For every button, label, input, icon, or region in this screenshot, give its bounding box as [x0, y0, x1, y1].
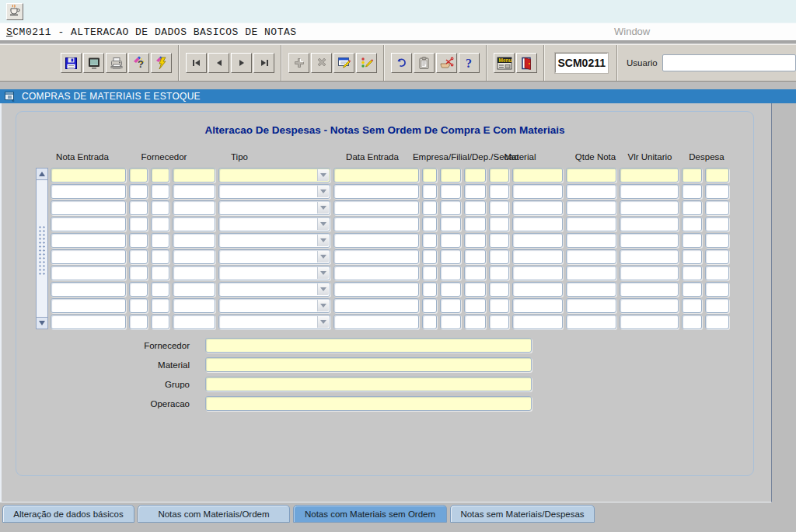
- grid-field[interactable]: [489, 184, 509, 199]
- grid-field[interactable]: [682, 217, 702, 231]
- grid-field[interactable]: [129, 200, 148, 215]
- grid-field[interactable]: [51, 282, 126, 297]
- grid-field[interactable]: [422, 217, 437, 231]
- tipo-dropdown-field[interactable]: [218, 200, 330, 215]
- grid-field[interactable]: [566, 266, 616, 280]
- execute-button[interactable]: [151, 53, 172, 73]
- verify-button[interactable]: ?: [128, 53, 149, 73]
- grid-field[interactable]: [566, 184, 616, 199]
- grid-field[interactable]: [129, 315, 148, 329]
- tipo-dropdown-field[interactable]: [218, 233, 330, 248]
- grid-field[interactable]: [129, 184, 148, 199]
- insert-record-button[interactable]: [288, 53, 309, 73]
- grid-field[interactable]: [464, 168, 486, 183]
- grid-field[interactable]: [129, 168, 148, 183]
- grid-field[interactable]: [705, 315, 729, 329]
- grid-field[interactable]: [51, 249, 126, 264]
- tab-2[interactable]: Notas com Materiais/Ordem: [138, 505, 290, 523]
- grid-field[interactable]: [173, 266, 215, 280]
- grid-field[interactable]: [173, 298, 215, 313]
- dropdown-button[interactable]: [317, 202, 329, 214]
- grid-field[interactable]: [512, 266, 563, 280]
- grid-field[interactable]: [464, 298, 486, 313]
- grid-field[interactable]: [512, 168, 563, 183]
- dropdown-button[interactable]: [317, 235, 329, 246]
- grid-field[interactable]: [173, 282, 215, 297]
- grid-field[interactable]: [422, 200, 437, 215]
- grid-field[interactable]: [566, 217, 616, 231]
- grid-field[interactable]: [512, 298, 563, 313]
- grid-field[interactable]: [440, 184, 461, 199]
- grid-field[interactable]: [333, 266, 419, 280]
- usuario-input[interactable]: [662, 54, 796, 71]
- grid-field[interactable]: [440, 200, 461, 215]
- menu-button[interactable]: Menu: [494, 53, 515, 73]
- grid-field[interactable]: [512, 184, 563, 199]
- grid-field[interactable]: [489, 200, 509, 215]
- grid-field[interactable]: [705, 184, 729, 199]
- grid-field[interactable]: [129, 298, 148, 313]
- grid-field[interactable]: [620, 298, 679, 313]
- scrollbar-track[interactable]: [37, 179, 47, 318]
- grid-field[interactable]: [333, 168, 419, 183]
- grid-field[interactable]: [512, 217, 563, 231]
- grid-field[interactable]: [440, 298, 461, 313]
- grid-field[interactable]: [151, 217, 169, 231]
- dropdown-button[interactable]: [317, 300, 329, 311]
- grid-field[interactable]: [705, 266, 729, 280]
- save-button[interactable]: [61, 53, 82, 73]
- grid-field[interactable]: [464, 184, 486, 199]
- grid-field[interactable]: [422, 298, 437, 313]
- grid-field[interactable]: [51, 184, 126, 199]
- next-record-button[interactable]: [231, 53, 252, 73]
- grid-field[interactable]: [151, 315, 169, 329]
- grid-field[interactable]: [464, 217, 486, 231]
- dropdown-button[interactable]: [317, 218, 329, 230]
- grid-field[interactable]: [51, 298, 126, 313]
- grid-field[interactable]: [620, 233, 679, 248]
- grid-field[interactable]: [151, 184, 169, 199]
- grid-field[interactable]: [464, 315, 486, 329]
- delete-record-button[interactable]: [311, 53, 332, 73]
- grid-field[interactable]: [682, 315, 702, 329]
- operacao-field[interactable]: [205, 396, 532, 411]
- execute-query-button[interactable]: [356, 53, 377, 73]
- screen-button[interactable]: [83, 53, 104, 73]
- grid-field[interactable]: [129, 266, 148, 280]
- scroll-down-button[interactable]: [36, 317, 48, 329]
- tipo-dropdown-field[interactable]: [218, 282, 330, 297]
- grid-field[interactable]: [566, 233, 616, 248]
- grid-field[interactable]: [705, 282, 729, 297]
- scroll-up-button[interactable]: [36, 168, 48, 180]
- grid-field[interactable]: [512, 249, 563, 264]
- grupo-field[interactable]: [205, 377, 532, 391]
- grid-field[interactable]: [464, 200, 486, 215]
- grid-field[interactable]: [173, 249, 215, 264]
- grid-field[interactable]: [151, 249, 169, 264]
- tipo-dropdown-field[interactable]: [218, 168, 330, 183]
- java-applet-button[interactable]: [6, 3, 23, 20]
- grid-field[interactable]: [682, 282, 702, 297]
- grid-field[interactable]: [422, 233, 437, 248]
- grid-field[interactable]: [440, 249, 461, 264]
- grid-field[interactable]: [705, 217, 729, 231]
- grid-field[interactable]: [422, 184, 437, 199]
- grid-field[interactable]: [173, 217, 215, 231]
- grid-field[interactable]: [440, 217, 461, 231]
- grid-field[interactable]: [173, 233, 215, 248]
- grid-field[interactable]: [682, 249, 702, 264]
- grid-field[interactable]: [422, 266, 437, 280]
- grid-field[interactable]: [464, 249, 486, 264]
- grid-field[interactable]: [129, 249, 148, 264]
- grid-field[interactable]: [333, 315, 419, 329]
- grid-field[interactable]: [422, 315, 437, 329]
- grid-field[interactable]: [464, 282, 486, 297]
- grid-field[interactable]: [151, 200, 169, 215]
- grid-field[interactable]: [682, 184, 702, 199]
- scrollbar-thumb[interactable]: [37, 224, 47, 276]
- clipboard-button[interactable]: [414, 53, 435, 73]
- grid-field[interactable]: [566, 168, 616, 183]
- material-field[interactable]: [205, 357, 532, 372]
- grid-field[interactable]: [333, 184, 419, 199]
- grid-field[interactable]: [566, 200, 616, 215]
